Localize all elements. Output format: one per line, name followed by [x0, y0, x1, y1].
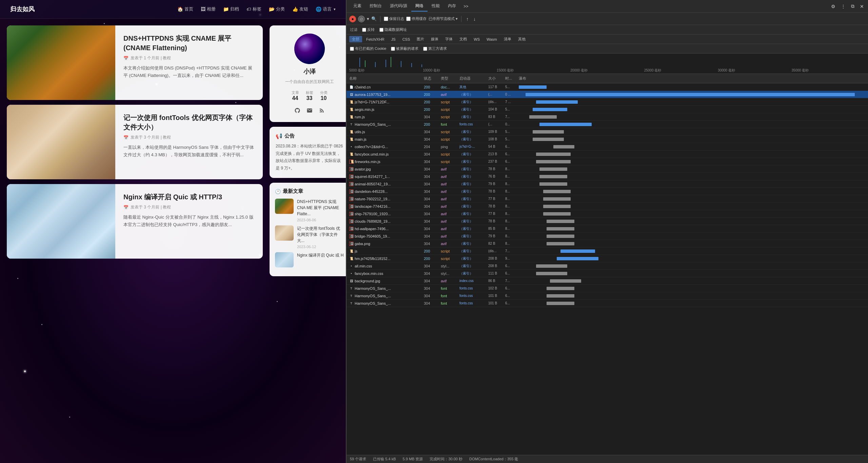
settings-icon[interactable]: ⚙ — [830, 2, 837, 11]
network-row[interactable]: • all.min.css 304 styl... （索引） 208 B 6..… — [347, 262, 868, 270]
chip-images[interactable]: 图片 — [414, 36, 427, 42]
col-header-waterfall[interactable]: 瀑布 — [519, 76, 865, 81]
chip-font[interactable]: 字体 — [442, 36, 455, 42]
email-icon[interactable] — [307, 107, 313, 115]
chip-ws[interactable]: WS — [471, 37, 482, 42]
tab-elements[interactable]: 元素 — [349, 1, 366, 12]
chip-other[interactable]: 其他 — [515, 36, 528, 42]
network-row[interactable]: 🖼 bridge-7504605_19... 304 avif （索引） 79 … — [347, 233, 868, 240]
github-icon[interactable] — [294, 107, 300, 115]
network-row[interactable]: 📜 js?id=G-71N712DF... 200 script （索引） (d… — [347, 98, 868, 106]
network-row[interactable]: 🖼 ship-7679100_1920... 304 avif （索引） 77 … — [347, 210, 868, 218]
network-row[interactable]: 🖼 hd-wallpaper-7496... 304 avif （索引） 85 … — [347, 225, 868, 233]
chip-wasm[interactable]: Wasm — [484, 37, 500, 42]
hide-data-urls-checkbox[interactable]: 隐藏数据网址 — [379, 27, 407, 32]
network-row[interactable]: 📜 hm.js?425fb118152... 200 script （索引） 2… — [347, 255, 868, 262]
blocked-cookies-checkbox[interactable]: 有已拦截的 Cookie — [350, 46, 386, 51]
site-logo[interactable]: 归去如风 — [10, 5, 35, 13]
nav-home[interactable]: 🏠首页 — [177, 6, 193, 12]
import-har-icon[interactable]: ↑ — [465, 15, 470, 23]
network-row[interactable]: 📜 fancybox.umd.min.js 304 script （索引） 21… — [347, 150, 868, 158]
invert-input[interactable] — [362, 28, 366, 32]
network-row[interactable]: 📜 rum.js 304 script （索引） 83 B 7... — [347, 113, 868, 121]
network-row[interactable]: • fancybox.min.css 304 styl... （索引） 111 … — [347, 270, 868, 277]
network-row[interactable]: 📜 js 200 script （索引） (dis... 7... — [347, 247, 868, 255]
network-table-body[interactable]: 📄 r2wind.cn 200 doc... 其他 117 B 5... 🖼 a… — [347, 83, 868, 455]
third-party-input[interactable] — [423, 47, 427, 51]
network-row[interactable]: 🖼 landscape-7744216... 304 avif （索引） 78 … — [347, 203, 868, 210]
chip-css[interactable]: CSS — [400, 37, 413, 42]
nav-language[interactable]: 🌐语言▾ — [316, 6, 336, 12]
post-title-1[interactable]: DNS+HTTPDNS 实现 CNAME 展平 (CNAME Flattenin… — [123, 34, 255, 53]
chip-fetch-xhr[interactable]: Fetch/XHR — [363, 37, 387, 42]
recent-item-2[interactable]: 记一次使用 fontTools 优化网页字体（字体文件大... 2023-06-… — [275, 225, 344, 249]
nav-album[interactable]: 🖼相册 — [201, 6, 216, 12]
disable-cache-checkbox[interactable]: 停用缓存 — [406, 16, 427, 21]
disable-cache-input[interactable] — [406, 17, 411, 21]
clear-button[interactable]: ⊘ — [358, 16, 365, 22]
chip-doc[interactable]: 文档 — [457, 36, 470, 42]
preserve-log-input[interactable] — [384, 17, 388, 21]
recent-item-3[interactable]: Nginx 编译开启 Quic 或 H — [275, 252, 344, 267]
hide-data-urls-input[interactable] — [379, 28, 383, 32]
col-header-name[interactable]: 名称 — [349, 76, 424, 81]
post-card-3[interactable]: Nginx 编译开启 Quic 或 HTTP/3 📅 发表于 3 个月前 | 教… — [7, 184, 263, 259]
col-header-status[interactable]: 状态 — [424, 76, 441, 81]
network-row[interactable]: T HarmonyOS_Sans_... 304 font fonts.css … — [347, 285, 868, 292]
network-row[interactable]: 🖼 squirrel-8154277_1... 304 avif （索引） 76… — [347, 173, 868, 180]
blocked-requests-input[interactable] — [391, 47, 395, 51]
post-title-3[interactable]: Nginx 编译开启 Quic 或 HTTP/3 — [123, 192, 255, 202]
nav-friends[interactable]: 👍友链 — [292, 6, 308, 12]
preserve-log-checkbox[interactable]: 保留日志 — [384, 16, 404, 21]
network-row[interactable]: T HarmonyOS_Sans_... 200 font fonts.css … — [347, 121, 868, 128]
tab-memory[interactable]: 内存 — [444, 1, 460, 12]
network-row[interactable]: 📜 aegis.min.js 200 script （索引） 104 B 5..… — [347, 106, 868, 113]
tab-console[interactable]: 控制台 — [366, 1, 386, 12]
network-row[interactable]: 📜 fireworks.min.js 304 script （索引） 237 B… — [347, 158, 868, 165]
chip-media[interactable]: 媒体 — [428, 36, 441, 42]
blocked-requests-checkbox[interactable]: 被屏蔽的请求 — [391, 46, 418, 51]
col-header-time[interactable]: 时... — [505, 76, 519, 81]
more-options-icon[interactable]: ⋮ — [840, 2, 847, 11]
network-row[interactable]: 🖼 animal-8050742_19... 304 avif （索引） 79 … — [347, 180, 868, 188]
undock-icon[interactable]: ⧉ — [850, 2, 856, 11]
tab-performance[interactable]: 性能 — [428, 1, 444, 12]
record-button[interactable]: ● — [349, 16, 356, 22]
chip-js[interactable]: JS — [389, 37, 398, 42]
network-row[interactable]: 🖼 gaba.png 304 avif （索引） 82 B 8... — [347, 240, 868, 247]
filter-icon[interactable]: ▾ — [367, 16, 369, 21]
recent-item-1[interactable]: DNS+HTTPDNS 实现 CNA ME 展平 (CNAME Flatte..… — [275, 199, 344, 222]
network-row[interactable]: 🖼 background.jpg 304 avif index.css 86 B… — [347, 277, 868, 285]
col-header-type[interactable]: 类型 — [441, 76, 459, 81]
nav-tags[interactable]: 🏷标签 — [246, 6, 261, 12]
network-row[interactable]: 📄 r2wind.cn 200 doc... 其他 117 B 5... — [347, 83, 868, 91]
network-row[interactable]: 🖼 nature-7602212_19... 304 avif （索引） 77 … — [347, 195, 868, 203]
network-row[interactable]: 📜 utils.js 304 script （索引） 109 B 5... — [347, 128, 868, 136]
tab-sources[interactable]: 源代码/源 — [386, 1, 411, 12]
chip-all[interactable]: 全部 — [349, 36, 362, 42]
chip-manifest[interactable]: 清单 — [501, 36, 514, 42]
network-row[interactable]: • collect?v=2&tid=G... 204 ping js?id=G-… — [347, 143, 868, 150]
throttle-dropdown-icon[interactable]: ▾ — [456, 17, 458, 21]
network-row[interactable]: 🖼 dandelion-445228... 304 avif （索引） 78 B… — [347, 188, 868, 195]
third-party-checkbox[interactable]: 第三方请求 — [423, 46, 447, 51]
col-header-initiator[interactable]: 启动器 — [459, 76, 488, 81]
tab-network[interactable]: 网络 — [411, 1, 428, 12]
nav-archive[interactable]: 📁归档 — [223, 6, 239, 12]
rss-icon[interactable] — [319, 107, 325, 115]
network-row[interactable]: T HarmonyOS_Sans_... 304 font fonts.css … — [347, 300, 868, 307]
network-row[interactable]: 🖼 aurora-1197753_19... 200 avif （索引） (..… — [347, 91, 868, 98]
post-card-2[interactable]: 记一次使用 fontTools 优化网页字体（字体文件大小） 📅 发表于 3 个… — [7, 105, 263, 179]
nav-category[interactable]: 📂分类 — [269, 6, 285, 12]
network-row[interactable]: 📜 main.js 304 script （索引） 108 B 5... — [347, 136, 868, 143]
search-button[interactable]: 🔍 — [371, 16, 377, 21]
post-card-1[interactable]: DNS+HTTPDNS 实现 CNAME 展平 (CNAME Flattenin… — [7, 25, 263, 100]
post-title-2[interactable]: 记一次使用 fontTools 优化网页字体（字体文件大小） — [123, 113, 255, 132]
invert-checkbox[interactable]: 反转 — [362, 27, 375, 32]
network-row[interactable]: 🖼 clouds-7689828_19... 304 avif （索引） 78 … — [347, 218, 868, 225]
col-header-size[interactable]: 大小 — [488, 76, 505, 81]
blocked-cookies-input[interactable] — [350, 47, 354, 51]
tab-more[interactable]: >> — [461, 2, 471, 11]
close-devtools-icon[interactable]: ✕ — [859, 2, 865, 11]
network-row[interactable]: T HarmonyOS_Sans_... 304 font fonts.css … — [347, 292, 868, 300]
